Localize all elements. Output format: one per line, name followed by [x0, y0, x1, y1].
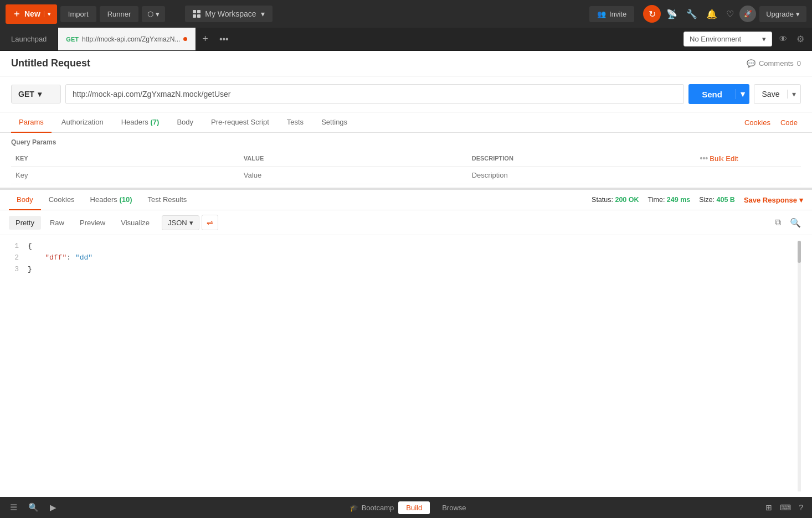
page-title: Untitled Request [11, 58, 90, 69]
desc-input[interactable] [472, 171, 691, 179]
params-section: Query Params KEY VALUE DESCRIPTION ••• B… [0, 133, 812, 188]
workspace-button[interactable]: My Workspace ▾ [185, 6, 272, 22]
env-eye-button[interactable]: 👁 [777, 32, 790, 46]
upgrade-chevron-icon: ▾ [796, 10, 800, 18]
tab-settings[interactable]: Settings [314, 112, 355, 133]
search-global-button[interactable]: 🔍 [25, 500, 42, 515]
tab-pre-request[interactable]: Pre-request Script [203, 112, 277, 133]
format-chevron-icon: ▾ [189, 219, 193, 227]
runner-button[interactable]: Runner [100, 6, 139, 22]
wrap-button[interactable]: ⇌ [202, 215, 218, 230]
code-content: { "dff": "dd" } [28, 241, 798, 491]
notifications-button[interactable]: 🔔 [703, 6, 721, 23]
response-tabs-bar: Body Cookies Headers (10) Test Results S… [0, 190, 812, 210]
url-bar: GET ▾ Send ▾ Save ▾ [0, 76, 812, 112]
keyboard-button[interactable]: ⌨ [778, 501, 793, 514]
save-response-button[interactable]: Save Response ▾ [744, 196, 803, 204]
code-link[interactable]: Code [777, 113, 801, 132]
res-tab-test-results[interactable]: Test Results [140, 190, 195, 210]
more-tabs-button[interactable]: ••• [215, 34, 233, 44]
scroll-thumb[interactable] [798, 241, 801, 263]
tabbar: Launchpad GET http://mock-api.com/ZgYxma… [0, 28, 812, 51]
time-label: Time: 249 ms [648, 196, 691, 204]
comments-count: 0 [797, 59, 801, 68]
browse-button[interactable]: Browse [434, 501, 474, 514]
line-numbers: 1 2 3 [11, 241, 28, 491]
code-line-1: { [28, 241, 798, 252]
antenna-button[interactable]: 📡 [663, 6, 681, 23]
view-pretty-button[interactable]: Pretty [9, 216, 41, 230]
res-tab-body[interactable]: Body [9, 190, 41, 210]
bootcamp-button[interactable]: 🎓 Bootcamp [350, 504, 394, 512]
help-button[interactable]: ? [796, 501, 805, 514]
format-select[interactable]: JSON ▾ [162, 215, 199, 230]
more-params-icon[interactable]: ••• [700, 154, 708, 163]
value-input[interactable] [244, 171, 463, 179]
code-body: 1 2 3 { "dff": "dd" } [0, 235, 812, 497]
response-section: Body Cookies Headers (10) Test Results S… [0, 188, 812, 497]
view-visualize-button[interactable]: Visualize [114, 216, 156, 230]
new-label: New [24, 9, 40, 18]
code-line-3: } [28, 264, 798, 276]
bulk-edit-button[interactable]: Bulk Edit [710, 154, 738, 163]
copy-button[interactable]: ⧉ [773, 215, 783, 230]
request-header: Untitled Request 💬 Comments 0 [0, 51, 812, 76]
new-chevron-icon: ▾ [44, 11, 50, 17]
view-raw-button[interactable]: Raw [43, 216, 71, 230]
tab-params[interactable]: Params [11, 112, 52, 133]
upgrade-button[interactable]: Upgrade ▾ [759, 6, 806, 22]
tab-headers[interactable]: Headers (7) [114, 112, 167, 133]
add-tab-button[interactable]: + [196, 28, 215, 50]
params-table: KEY VALUE DESCRIPTION ••• Bulk Edit [11, 151, 801, 184]
fork-button[interactable]: ⬡ ▾ [142, 6, 165, 22]
tab-request-get[interactable]: GET http://mock-api.com/ZgYxmazN... [58, 28, 196, 50]
navbar: ＋ New ▾ Import Runner ⬡ ▾ My Workspace ▾… [0, 0, 812, 28]
res-tab-cookies[interactable]: Cookies [41, 190, 83, 210]
cookies-link[interactable]: Cookies [741, 113, 774, 132]
bootcamp-icon: 🎓 [350, 504, 358, 512]
avatar-button[interactable]: 🚀 [739, 6, 756, 22]
params-section-label: Query Params [11, 138, 801, 146]
sync-button[interactable]: ↻ [643, 5, 661, 23]
heart-button[interactable]: ♡ [723, 6, 737, 23]
plus-icon: ＋ [12, 8, 21, 20]
search-button[interactable]: 🔍 [788, 215, 803, 230]
tab-launchpad[interactable]: Launchpad [0, 28, 58, 50]
col-key: KEY [11, 151, 239, 167]
key-input[interactable] [16, 171, 235, 179]
env-chevron-icon: ▾ [762, 35, 766, 43]
send-chevron-icon: ▾ [736, 89, 749, 99]
sidebar-toggle-button[interactable]: ☰ [7, 500, 20, 515]
save-button[interactable]: Save ▾ [754, 84, 801, 104]
nav-icons: ↻ 📡 🔧 🔔 ♡ 🚀 [643, 5, 756, 23]
size-label: Size: 405 B [699, 196, 735, 204]
new-button[interactable]: ＋ New ▾ [6, 4, 57, 24]
tools-button[interactable]: 🔧 [683, 6, 701, 23]
invite-button[interactable]: 👥 Invite [589, 6, 634, 22]
tab-authorization[interactable]: Authorization [54, 112, 111, 133]
send-button[interactable]: Send ▾ [688, 84, 749, 104]
tab-body[interactable]: Body [169, 112, 201, 133]
build-button[interactable]: Build [398, 501, 430, 514]
res-tab-headers[interactable]: Headers (10) [83, 190, 140, 210]
import-button[interactable]: Import [60, 6, 96, 22]
history-button[interactable]: ▶ [47, 500, 60, 515]
bottombar: ☰ 🔍 ▶ 🎓 Bootcamp Build Browse ⊞ ⌨ ? [0, 497, 812, 518]
workspace-icon [193, 10, 201, 18]
comments-icon: 💬 [747, 59, 756, 68]
url-input[interactable] [65, 84, 684, 104]
method-label: GET [18, 90, 34, 99]
comments-button[interactable]: 💬 Comments 0 [747, 59, 801, 68]
layout-button[interactable]: ⊞ [763, 501, 774, 514]
scrollbar[interactable] [798, 241, 801, 491]
method-select[interactable]: GET ▾ [11, 85, 61, 103]
bottom-center: 🎓 Bootcamp Build Browse [350, 501, 474, 514]
col-actions: ••• Bulk Edit [696, 151, 801, 167]
view-preview-button[interactable]: Preview [73, 216, 112, 230]
env-dropdown[interactable]: No Environment ▾ [683, 32, 772, 46]
tab-method-badge: GET [66, 36, 79, 43]
tab-tests[interactable]: Tests [279, 112, 311, 133]
status-value: 200 OK [615, 196, 639, 204]
toolbar-right: ⧉ 🔍 [773, 215, 803, 230]
env-settings-button[interactable]: ⚙ [794, 32, 806, 46]
